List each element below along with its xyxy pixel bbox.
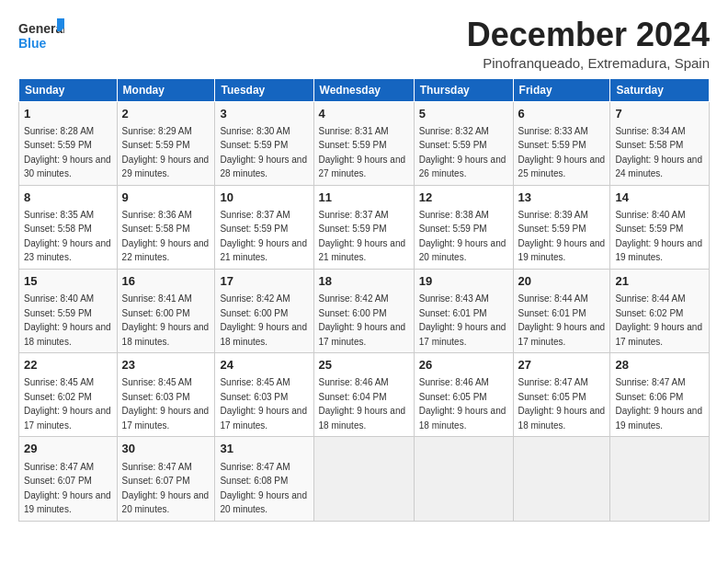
col-thursday: Thursday [414,78,513,101]
table-row: 24Sunrise: 8:45 AMSunset: 6:03 PMDayligh… [215,353,313,437]
table-row [513,437,610,521]
table-row: 16Sunrise: 8:41 AMSunset: 6:00 PMDayligh… [117,269,215,352]
calendar-week-row: 22Sunrise: 8:45 AMSunset: 6:02 PMDayligh… [19,353,710,437]
table-row: 1Sunrise: 8:28 AMSunset: 5:59 PMDaylight… [19,101,118,185]
col-tuesday: Tuesday [215,78,313,101]
col-monday: Monday [117,78,215,101]
table-row: 15Sunrise: 8:40 AMSunset: 5:59 PMDayligh… [19,269,118,352]
table-row: 9Sunrise: 8:36 AMSunset: 5:58 PMDaylight… [117,185,215,269]
calendar-header-row: Sunday Monday Tuesday Wednesday Thursday… [19,78,710,101]
table-row: 4Sunrise: 8:31 AMSunset: 5:59 PMDaylight… [313,101,414,185]
table-row: 10Sunrise: 8:37 AMSunset: 5:59 PMDayligh… [215,185,313,269]
table-row: 26Sunrise: 8:46 AMSunset: 6:05 PMDayligh… [414,353,513,437]
table-row: 20Sunrise: 8:44 AMSunset: 6:01 PMDayligh… [513,269,610,352]
table-row: 25Sunrise: 8:46 AMSunset: 6:04 PMDayligh… [313,353,414,437]
table-row: 11Sunrise: 8:37 AMSunset: 5:59 PMDayligh… [313,185,414,269]
table-row: 31Sunrise: 8:47 AMSunset: 6:08 PMDayligh… [215,437,313,521]
table-row [414,437,513,521]
table-row: 5Sunrise: 8:32 AMSunset: 5:59 PMDaylight… [414,101,513,185]
table-row: 3Sunrise: 8:30 AMSunset: 5:59 PMDaylight… [215,101,313,185]
calendar-body: 1Sunrise: 8:28 AMSunset: 5:59 PMDaylight… [19,101,710,521]
main-title: December 2024 [467,17,710,53]
title-block: December 2024 Pinofranqueado, Extremadur… [467,17,710,71]
calendar-week-row: 8Sunrise: 8:35 AMSunset: 5:58 PMDaylight… [19,185,710,269]
table-row: 6Sunrise: 8:33 AMSunset: 5:59 PMDaylight… [513,101,610,185]
col-sunday: Sunday [19,78,118,101]
col-wednesday: Wednesday [313,78,414,101]
table-row: 8Sunrise: 8:35 AMSunset: 5:58 PMDaylight… [19,185,118,269]
col-friday: Friday [513,78,610,101]
table-row: 2Sunrise: 8:29 AMSunset: 5:59 PMDaylight… [117,101,215,185]
table-row: 12Sunrise: 8:38 AMSunset: 5:59 PMDayligh… [414,185,513,269]
table-row: 23Sunrise: 8:45 AMSunset: 6:03 PMDayligh… [117,353,215,437]
table-row [313,437,414,521]
calendar-week-row: 1Sunrise: 8:28 AMSunset: 5:59 PMDaylight… [19,101,710,185]
table-row [610,437,710,521]
table-row: 21Sunrise: 8:44 AMSunset: 6:02 PMDayligh… [610,269,710,352]
table-row: 19Sunrise: 8:43 AMSunset: 6:01 PMDayligh… [414,269,513,352]
calendar-week-row: 29Sunrise: 8:47 AMSunset: 6:07 PMDayligh… [19,437,710,521]
page: General Blue December 2024 Pinofranquead… [0,0,728,531]
header: General Blue December 2024 Pinofranquead… [18,17,710,71]
col-saturday: Saturday [610,78,710,101]
logo: General Blue [18,17,64,55]
table-row: 17Sunrise: 8:42 AMSunset: 6:00 PMDayligh… [215,269,313,352]
table-row: 30Sunrise: 8:47 AMSunset: 6:07 PMDayligh… [117,437,215,521]
table-row: 13Sunrise: 8:39 AMSunset: 5:59 PMDayligh… [513,185,610,269]
table-row: 14Sunrise: 8:40 AMSunset: 5:59 PMDayligh… [610,185,710,269]
calendar-table: Sunday Monday Tuesday Wednesday Thursday… [18,78,710,522]
svg-text:Blue: Blue [18,36,47,51]
table-row: 18Sunrise: 8:42 AMSunset: 6:00 PMDayligh… [313,269,414,352]
subtitle: Pinofranqueado, Extremadura, Spain [467,55,710,71]
table-row: 7Sunrise: 8:34 AMSunset: 5:58 PMDaylight… [610,101,710,185]
table-row: 29Sunrise: 8:47 AMSunset: 6:07 PMDayligh… [19,437,118,521]
table-row: 22Sunrise: 8:45 AMSunset: 6:02 PMDayligh… [19,353,118,437]
calendar-week-row: 15Sunrise: 8:40 AMSunset: 5:59 PMDayligh… [19,269,710,352]
table-row: 28Sunrise: 8:47 AMSunset: 6:06 PMDayligh… [610,353,710,437]
table-row: 27Sunrise: 8:47 AMSunset: 6:05 PMDayligh… [513,353,610,437]
